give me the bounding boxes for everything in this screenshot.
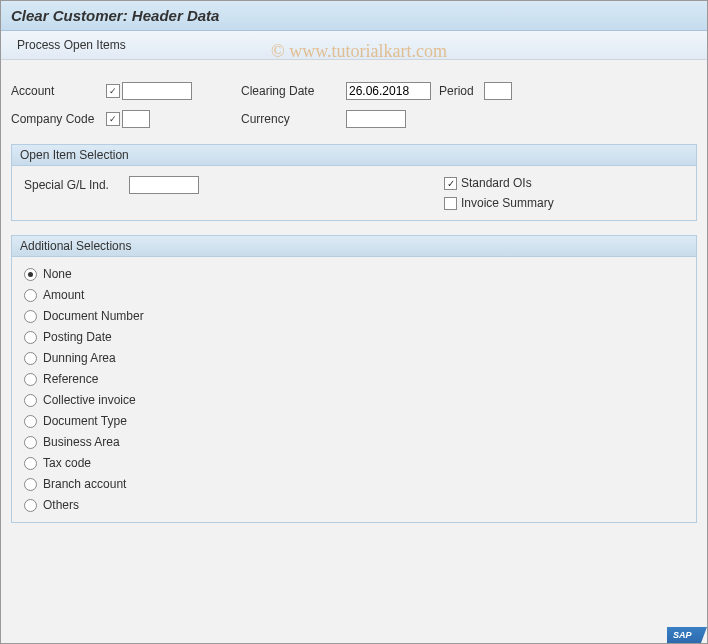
- invoice-summary-checkbox[interactable]: [444, 197, 457, 210]
- radio-button[interactable]: [24, 478, 37, 491]
- radio-item: Document Number: [24, 309, 684, 323]
- radio-label: Business Area: [43, 435, 120, 449]
- radio-label: Document Type: [43, 414, 127, 428]
- standard-ois-label: Standard OIs: [461, 176, 532, 190]
- radio-item: Dunning Area: [24, 351, 684, 365]
- invoice-summary-row: Invoice Summary: [444, 196, 554, 210]
- radio-item: Business Area: [24, 435, 684, 449]
- radio-item: Branch account: [24, 477, 684, 491]
- standard-ois-checkbox[interactable]: ✓: [444, 177, 457, 190]
- radio-label: Reference: [43, 372, 98, 386]
- additional-selections-group: Additional Selections NoneAmountDocument…: [11, 235, 697, 523]
- radio-button[interactable]: [24, 394, 37, 407]
- sap-logo: SAP: [667, 627, 707, 643]
- open-item-selection-group: Open Item Selection Special G/L Ind. ✓ S…: [11, 144, 697, 221]
- radio-button[interactable]: [24, 352, 37, 365]
- radio-label: Amount: [43, 288, 84, 302]
- page-title: Clear Customer: Header Data: [1, 1, 707, 31]
- radio-item: None: [24, 267, 684, 281]
- radio-button[interactable]: [24, 289, 37, 302]
- radio-button[interactable]: [24, 310, 37, 323]
- radio-button[interactable]: [24, 457, 37, 470]
- period-label: Period: [439, 84, 474, 98]
- radio-button[interactable]: [24, 415, 37, 428]
- radio-button[interactable]: [24, 268, 37, 281]
- radio-label: None: [43, 267, 72, 281]
- radio-item: Posting Date: [24, 330, 684, 344]
- row-company-code: Company Code ✓ Currency: [11, 108, 697, 130]
- radio-item: Reference: [24, 372, 684, 386]
- radio-label: Document Number: [43, 309, 144, 323]
- additional-selections-title: Additional Selections: [12, 236, 696, 257]
- radio-label: Others: [43, 498, 79, 512]
- radio-button[interactable]: [24, 331, 37, 344]
- currency-label: Currency: [241, 112, 346, 126]
- open-item-selection-title: Open Item Selection: [12, 145, 696, 166]
- company-code-label: Company Code: [11, 112, 106, 126]
- radio-label: Dunning Area: [43, 351, 116, 365]
- radio-item: Amount: [24, 288, 684, 302]
- clearing-date-label: Clearing Date: [241, 84, 346, 98]
- radio-item: Others: [24, 498, 684, 512]
- required-icon: ✓: [106, 84, 120, 98]
- radio-item: Document Type: [24, 414, 684, 428]
- special-gl-label: Special G/L Ind.: [24, 178, 129, 192]
- required-icon: ✓: [106, 112, 120, 126]
- radio-item: Collective invoice: [24, 393, 684, 407]
- radio-label: Posting Date: [43, 330, 112, 344]
- toolbar: Process Open Items: [1, 31, 707, 60]
- standard-ois-row: ✓ Standard OIs: [444, 176, 554, 190]
- row-account: Account ✓ Clearing Date Period: [11, 80, 697, 102]
- special-gl-input[interactable]: [129, 176, 199, 194]
- account-input[interactable]: [122, 82, 192, 100]
- currency-input[interactable]: [346, 110, 406, 128]
- clearing-date-input[interactable]: [346, 82, 431, 100]
- content-area: Account ✓ Clearing Date Period Company C…: [1, 60, 707, 533]
- radio-button[interactable]: [24, 373, 37, 386]
- radio-label: Branch account: [43, 477, 126, 491]
- invoice-summary-label: Invoice Summary: [461, 196, 554, 210]
- radio-label: Tax code: [43, 456, 91, 470]
- radio-list: NoneAmountDocument NumberPosting DateDun…: [24, 267, 684, 512]
- radio-label: Collective invoice: [43, 393, 136, 407]
- radio-item: Tax code: [24, 456, 684, 470]
- company-code-input[interactable]: [122, 110, 150, 128]
- radio-button[interactable]: [24, 436, 37, 449]
- process-open-items-button[interactable]: Process Open Items: [11, 35, 132, 55]
- account-label: Account: [11, 84, 106, 98]
- radio-button[interactable]: [24, 499, 37, 512]
- period-input[interactable]: [484, 82, 512, 100]
